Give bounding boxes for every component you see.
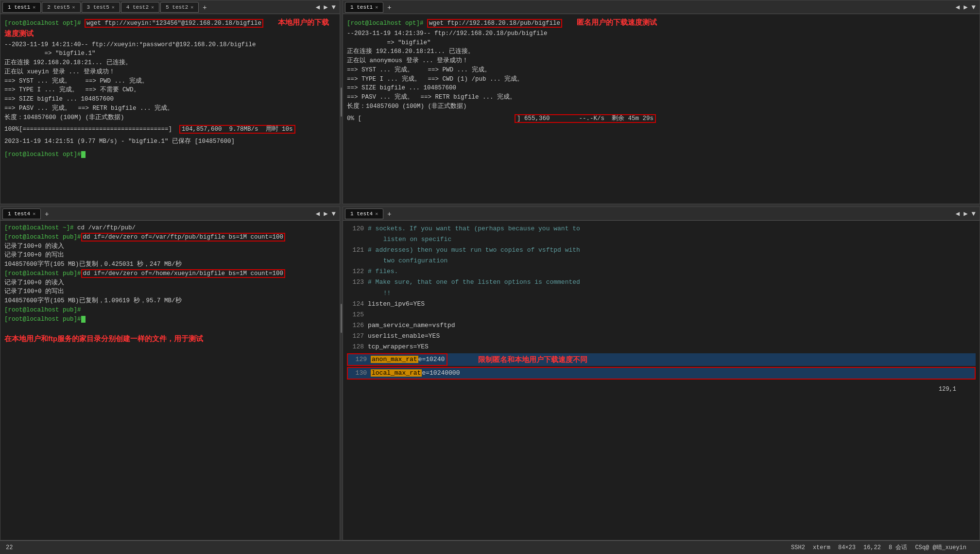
config-line-126: 126pam_service_name=vsftpd: [347, 320, 976, 331]
config-line-130: 130local_max_rate=10240000: [347, 367, 976, 380]
line-copy1: 104857600字节(105 MB)已复制，0.425031 秒，247 MB…: [4, 260, 336, 269]
status-sessions: 8 会话: [889, 543, 907, 552]
add-tab-tl[interactable]: +: [200, 3, 209, 11]
status-time: 22: [6, 544, 13, 551]
tab-nav-tl: ◀ ▶ ▼: [314, 3, 338, 11]
status-ssh: SSH2: [791, 544, 805, 551]
line-dd2: [root@localhost pub]#dd if=/dev/zero of=…: [4, 269, 336, 278]
add-tab-bl[interactable]: +: [42, 210, 52, 218]
tab-label-br: test4: [357, 211, 373, 217]
line-login: 正在以 xueyin 登录 ... 登录成功！: [4, 68, 336, 77]
tab-label-bl: test4: [14, 211, 30, 217]
line-length: 长度：104857600 (100M) (非正式数据): [4, 113, 336, 122]
tab-label: test2: [172, 4, 188, 10]
tab-close-br1[interactable]: ✕: [375, 211, 378, 217]
tab-num: 4: [126, 4, 130, 10]
cmd-dd1: dd if=/dev/zero of=/var/ftp/pub/bigfile …: [81, 233, 286, 242]
line-size-anon: ==> SIZE bigfile ... 104857600: [347, 84, 976, 93]
config-line-121b: 121 two configuration: [347, 256, 976, 266]
tab-close-tl4[interactable]: ✕: [151, 4, 154, 10]
config-line-128: 128tcp_wrappers=YES: [347, 342, 976, 352]
tab-dropdown-br[interactable]: ▼: [970, 210, 978, 218]
tab-next-tr[interactable]: ▶: [962, 3, 969, 11]
tab-close-tl3[interactable]: ✕: [112, 4, 115, 10]
status-size: 84×23: [838, 544, 856, 551]
config-line-123b: 123 !!: [347, 288, 976, 299]
tab-prev-tl[interactable]: ◀: [314, 3, 322, 11]
config-line-125: 125: [347, 310, 976, 320]
line-saved: 2023-11-19 14:21:51 (9.77 MB/s) - "bigfi…: [4, 137, 336, 146]
line-wget-anon: --2023-11-19 14:21:39-- ftp://192.168.20…: [347, 29, 976, 38]
tab-prev-br[interactable]: ◀: [954, 209, 962, 218]
config-content: 120# sockets. If you want that (perhaps …: [343, 221, 980, 540]
line-connecting-anon: 正在连接 192.168.20.18:21... 已连接。: [347, 47, 976, 56]
config-line-121: 121# addresses) then you must run two co…: [347, 245, 976, 256]
tab-close-tr1[interactable]: ✕: [375, 4, 378, 10]
tab-num-bl: 1: [8, 211, 11, 217]
tab-next-br[interactable]: ▶: [962, 209, 969, 218]
progress-speed-anon: ] 655,360 --.-K/s 剩余 45m 29s: [515, 114, 656, 123]
line-type-anon: ==> TYPE I ... 完成。 ==> CWD (1) /pub ... …: [347, 75, 976, 84]
config-line-124: 124listen_ipv6=YES: [347, 299, 976, 310]
tab-num: 2: [47, 4, 51, 10]
tab-close-tl2[interactable]: ✕: [72, 4, 75, 10]
add-tab-tr[interactable]: +: [384, 3, 394, 11]
tab-close-tl1[interactable]: ✕: [33, 4, 35, 10]
prompt-tr1: [root@localhost opt]#: [347, 20, 424, 27]
status-position: 16,22: [863, 544, 881, 551]
tab-num-tr: 1: [350, 4, 354, 10]
cmd-wget-anon: wget ftp://192.168.20.18/pub/bigfile: [427, 19, 562, 28]
line-progress-local: 100%[===================================…: [4, 125, 336, 134]
line-length-anon: 长度：104857600 (100M) (非正式数据): [347, 102, 976, 111]
tab-test4-bl[interactable]: 1 test4 ✕: [2, 208, 41, 219]
line-connecting: 正在连接 192.168.20.18:21... 已连接。: [4, 58, 336, 68]
prompt-tl1: [root@localhost opt]#: [4, 20, 81, 27]
line-copy2: 104857600字节(105 MB)已复制，1.09619 秒，95.7 MB…: [4, 296, 336, 306]
config-line-123: 123# Make sure, that one of the listen o…: [347, 277, 976, 288]
tab-prev-tr[interactable]: ◀: [954, 3, 962, 11]
cmd-dd2: dd if=/dev/zero of=/home/xueyin/bigfile …: [81, 269, 286, 278]
status-terminal: xterm: [813, 544, 830, 551]
tab-test2-tl5[interactable]: 5 test2 ✕: [160, 2, 199, 13]
tab-next-tl[interactable]: ▶: [322, 3, 329, 11]
bottom-left-tab-bar: 1 test4 ✕ + ◀ ▶ ▼: [0, 207, 340, 221]
tab-num: 5: [166, 4, 169, 10]
line-read1: 记录了100+0 的读入: [4, 242, 336, 251]
config-line-122: 122# files.: [347, 266, 976, 277]
line-cd: [root@localhost ~]# cd /var/ftp/pub/: [4, 224, 336, 233]
tab-nav-bl: ◀ ▶ ▼: [314, 209, 338, 218]
tab-close-bl1[interactable]: ✕: [33, 211, 35, 217]
annotation-create-files: 在本地用户和ftp服务的家目录分别创建一样的文件，用于测试: [4, 333, 336, 345]
tab-dropdown-tr[interactable]: ▼: [970, 3, 978, 11]
tab-num: 3: [87, 4, 90, 10]
line-type: ==> TYPE I ... 完成。 ==> 不需要 CWD。: [4, 86, 336, 95]
cmd-wget-local: wget ftp://xueyin:"123456"@192.168.20.18…: [85, 19, 263, 28]
line-login-anon: 正在以 anonymous 登录 ... 登录成功！: [347, 56, 976, 66]
tab-test1-tl[interactable]: 1 test1 ✕: [2, 2, 41, 13]
config-line-120b: 120 listen on specific: [347, 234, 976, 245]
progress-speed-local: 104,857,600 9.78MB/s 用时 10s: [179, 125, 295, 134]
tab-test2-tl4[interactable]: 4 test2 ✕: [121, 2, 159, 13]
tab-label: test5: [93, 4, 109, 10]
line-wget-redirect: --2023-11-19 14:21:40-- ftp://xueyin:*pa…: [4, 40, 336, 50]
tab-dropdown-tl[interactable]: ▼: [330, 3, 338, 11]
tab-test4-br[interactable]: 1 test4 ✕: [345, 208, 383, 219]
tab-next-bl[interactable]: ▶: [322, 209, 329, 218]
tab-test1-tr[interactable]: 1 test1 ✕: [345, 2, 383, 13]
tab-test5-tl3[interactable]: 3 test5 ✕: [82, 2, 120, 13]
add-tab-br[interactable]: +: [384, 210, 394, 218]
tab-num: 1: [8, 4, 11, 10]
line-write1: 记录了100+0 的写出: [4, 251, 336, 260]
terminal-bottom-left: [root@localhost ~]# cd /var/ftp/pub/ [ro…: [0, 221, 340, 540]
tab-test5-tl2[interactable]: 2 test5 ✕: [42, 2, 80, 13]
tab-label: test1: [14, 4, 30, 10]
tab-nav-br: ◀ ▶ ▼: [954, 209, 978, 218]
tab-nav-tr: ◀ ▶ ▼: [954, 3, 978, 11]
status-bar: 22 SSH2 xterm 84×23 16,22 8 会话 CSq@ @晴_x…: [0, 540, 980, 554]
tab-dropdown-bl[interactable]: ▼: [330, 210, 338, 218]
annotation-anon-download: 匿名用户的下载速度测试: [577, 18, 657, 26]
tab-close-tl5[interactable]: ✕: [190, 4, 193, 10]
tab-prev-bl[interactable]: ◀: [314, 209, 322, 218]
line-progress-anon: 0% [ ] 655,360 --.-K/s 剩余 45m 29s: [347, 114, 976, 123]
line-pasv-anon: ==> PASV ... 完成。 ==> RETR bigfile ... 完成…: [347, 93, 976, 102]
